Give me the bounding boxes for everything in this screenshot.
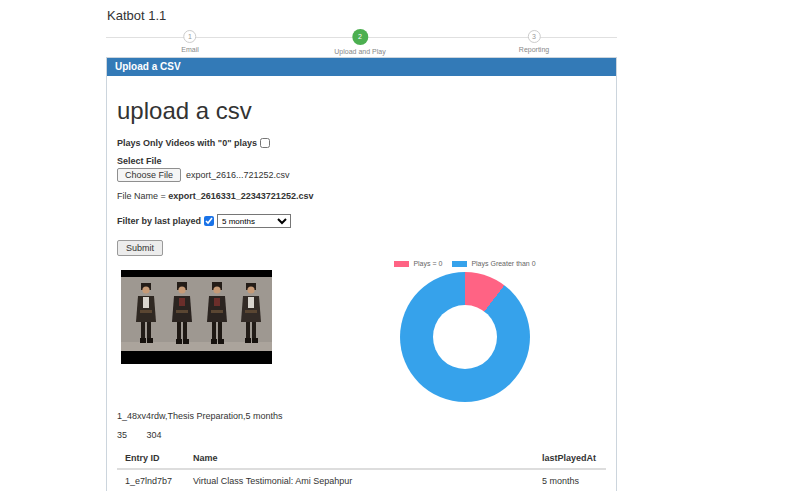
counts-line: 35 304 bbox=[117, 430, 606, 440]
column-entry-id: Entry ID bbox=[117, 448, 185, 469]
legend-swatch bbox=[452, 261, 467, 267]
plays-chart: Plays = 0 Plays Greater than 0 bbox=[355, 260, 575, 402]
csv-row-preview: 1_48xv4rdw,Thesis Preparation,5 months bbox=[117, 411, 606, 421]
filter-select[interactable]: 5 months bbox=[217, 214, 291, 228]
chart-legend: Plays = 0 Plays Greater than 0 bbox=[355, 260, 575, 267]
step-reporting-circle[interactable]: 3 bbox=[527, 30, 540, 43]
filter-checkbox[interactable] bbox=[204, 216, 214, 226]
filter-label: Filter by last played bbox=[117, 216, 201, 226]
step-upload-label: Upload and Play bbox=[334, 48, 385, 55]
column-name: Name bbox=[185, 448, 534, 469]
donut-chart bbox=[400, 272, 530, 402]
submit-button[interactable]: Submit bbox=[117, 240, 163, 256]
legend-item-plays-zero[interactable]: Plays = 0 bbox=[394, 260, 442, 267]
zero-plays-count: 35 bbox=[117, 430, 127, 440]
legend-label-plays-nonzero: Plays Greater than 0 bbox=[471, 260, 535, 267]
nonzero-plays-count: 304 bbox=[147, 430, 162, 440]
legend-item-plays-nonzero[interactable]: Plays Greater than 0 bbox=[452, 260, 535, 267]
step-upload-and-play[interactable]: 2 Upload and Play bbox=[334, 27, 385, 55]
table-header-row: Entry ID Name lastPlayedAt bbox=[117, 448, 606, 469]
file-name-prefix: File Name = bbox=[117, 191, 168, 201]
last-played-cell: 5 months bbox=[534, 469, 606, 491]
panel-header: Upload a CSV bbox=[107, 58, 616, 76]
file-name-line: File Name = export_2616331_22343721252.c… bbox=[117, 191, 606, 201]
panel-body: upload a csv Plays Only Videos with "0" … bbox=[107, 97, 616, 491]
entry-id-cell: 1_e7lnd7b7 bbox=[117, 469, 185, 491]
file-input-row: Choose File export_2616...721252.csv bbox=[117, 168, 606, 182]
column-last-played: lastPlayedAt bbox=[534, 448, 606, 469]
page-title: upload a csv bbox=[117, 97, 606, 125]
choose-file-button[interactable]: Choose File bbox=[117, 168, 181, 182]
page: Katbot 1.1 1 Email 2 Upload and Play 3 R… bbox=[0, 0, 800, 491]
app-title: Katbot 1.1 bbox=[107, 8, 166, 23]
video-thumbnail[interactable] bbox=[121, 270, 272, 364]
step-email[interactable]: 1 Email bbox=[181, 27, 199, 53]
select-file-label: Select File bbox=[117, 156, 606, 166]
step-reporting-label: Reporting bbox=[519, 46, 549, 53]
video-table-body: 1_e7lnd7b7Virtual Class Testimonial: Ami… bbox=[117, 469, 606, 491]
table-row: 1_e7lnd7b7Virtual Class Testimonial: Ami… bbox=[117, 469, 606, 491]
video-thumbnail-image bbox=[121, 270, 272, 364]
upload-panel: Upload a CSV upload a csv Plays Only Vid… bbox=[106, 57, 617, 491]
media-row: Plays = 0 Plays Greater than 0 bbox=[117, 260, 606, 406]
stepper: 1 Email 2 Upload and Play 3 Reporting bbox=[106, 27, 617, 53]
step-reporting[interactable]: 3 Reporting bbox=[519, 27, 549, 53]
video-table: Entry ID Name lastPlayedAt 1_e7lnd7b7Vir… bbox=[117, 448, 606, 491]
plays-only-checkbox[interactable] bbox=[260, 138, 270, 148]
step-email-circle[interactable]: 1 bbox=[183, 30, 196, 43]
step-upload-circle[interactable]: 2 bbox=[352, 29, 368, 45]
plays-only-label: Plays Only Videos with "0" plays bbox=[117, 138, 257, 148]
filter-row: Filter by last played 5 months bbox=[117, 214, 606, 228]
file-name-value: export_2616331_22343721252.csv bbox=[168, 191, 313, 201]
legend-label-plays-zero: Plays = 0 bbox=[413, 260, 442, 267]
legend-swatch bbox=[394, 261, 409, 267]
name-cell: Virtual Class Testimonial: Ami Sepahpur bbox=[185, 469, 534, 491]
plays-only-row: Plays Only Videos with "0" plays bbox=[117, 132, 606, 150]
chosen-file-name: export_2616...721252.csv bbox=[186, 170, 290, 180]
step-email-label: Email bbox=[181, 46, 199, 53]
